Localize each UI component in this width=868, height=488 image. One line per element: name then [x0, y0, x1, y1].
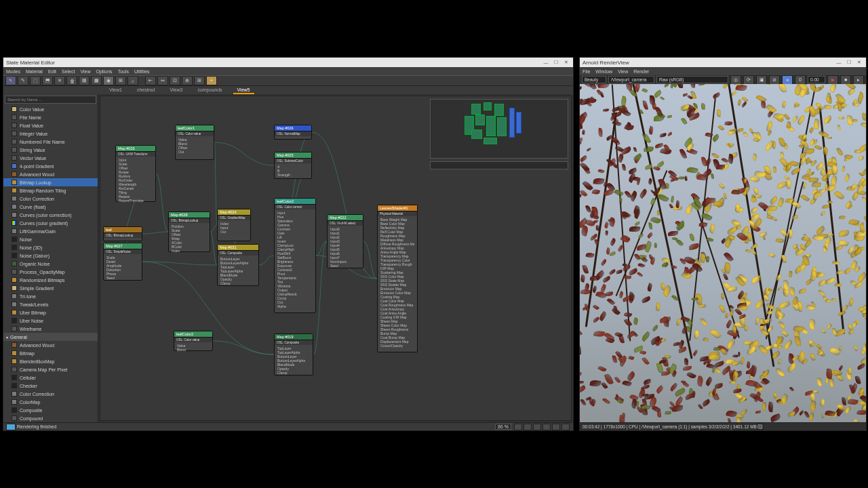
maximize-button[interactable]: ☐: [552, 59, 560, 66]
align-left-button[interactable]: ⇤: [145, 76, 156, 85]
menu-modes[interactable]: Modes: [6, 69, 20, 74]
remove-button[interactable]: ✕: [54, 76, 65, 85]
slate-titlebar[interactable]: Slate Material Editor — ☐ ✕: [3, 58, 573, 67]
tree-item[interactable]: Randomized Bitmaps: [3, 276, 98, 284]
tree-item[interactable]: String Value: [3, 146, 98, 154]
node-leafcol1[interactable]: leafColor1OSL: Color valueValueBlendOffs…: [175, 125, 214, 160]
node-gradmap[interactable]: Map #024OSL: GradientMapIndexInputOut: [217, 209, 251, 241]
tree-item[interactable]: Bitmap: [3, 349, 98, 357]
region-button[interactable]: [561, 424, 570, 430]
move-to-button[interactable]: ▤: [79, 76, 90, 85]
tree-item[interactable]: BlendedBoxMap: [3, 357, 98, 365]
tree-item[interactable]: Camera Map Per Pixel: [3, 365, 98, 373]
render-maximize-button[interactable]: ☐: [845, 59, 853, 66]
menu-tools[interactable]: Tools: [118, 69, 129, 74]
material-tree[interactable]: Color ValueFile NameFloat ValueInteger V…: [3, 105, 98, 422]
render-titlebar[interactable]: Arnold RenderView — ☐ ✕: [580, 58, 866, 67]
menu-edit[interactable]: Edit: [48, 69, 56, 74]
layout-all-button[interactable]: ▦: [91, 76, 102, 85]
tab-chestnut[interactable]: chestnut: [133, 87, 159, 94]
tree-item[interactable]: Compound: [3, 414, 98, 422]
node-leafcol2b[interactable]: leafColor2OSL: Color valueValueBlend: [174, 331, 213, 351]
tree-item[interactable]: Noise (3D): [3, 243, 98, 251]
render-menu-file[interactable]: File: [583, 69, 590, 74]
tree-item[interactable]: Uber Noise: [3, 317, 98, 325]
preview-button[interactable]: ◉: [103, 76, 114, 85]
zoom-out-button[interactable]: [524, 424, 532, 430]
menu-material[interactable]: Material: [26, 69, 43, 74]
zoom-in-button[interactable]: [514, 424, 522, 430]
tree-item[interactable]: Advanced Wood: [3, 341, 98, 349]
tree-item[interactable]: Composite: [3, 406, 98, 414]
node-simplex[interactable]: Map #027OSL: SimpleNoiseScaleDetailAmpli…: [103, 243, 142, 281]
menu-utilities[interactable]: Utilities: [134, 69, 150, 74]
node-bitmap1[interactable]: Map #028OSL: BitmapLookupPositionScaleOf…: [168, 211, 210, 252]
time-field[interactable]: 0.00: [808, 76, 825, 83]
node-leafcol2[interactable]: leafColor2OSL: Color correctInputHueSatu…: [274, 198, 316, 313]
play-button[interactable]: ▶: [827, 75, 838, 85]
navigator-minimap[interactable]: [430, 99, 568, 159]
grid-button[interactable]: ⊞: [115, 76, 126, 85]
tree-item[interactable]: Bitmap Random Tiling: [3, 186, 98, 195]
node-phys[interactable]: LeavesShader#1Physical MaterialBase Weig…: [377, 205, 418, 352]
render-viewport[interactable]: [580, 84, 866, 422]
render-menu-window[interactable]: Window: [595, 69, 612, 74]
snap-button[interactable]: ⊡: [170, 76, 180, 85]
render-info-button[interactable]: ⓘ: [757, 424, 764, 430]
zoom-percent[interactable]: 86 %: [495, 424, 511, 430]
tree-section-header[interactable]: General: [3, 333, 98, 341]
node-uvw[interactable]: Map #026OSL: UVW TransformInputScaleOffs…: [115, 145, 156, 202]
menu-options[interactable]: Options: [96, 69, 113, 74]
tree-item[interactable]: Advanced Wood: [3, 170, 98, 178]
magnet-button[interactable]: ⊕: [182, 76, 193, 85]
tree-item[interactable]: Float Value: [3, 121, 98, 129]
home-button[interactable]: [552, 424, 560, 430]
tab-view3[interactable]: View3: [165, 87, 186, 94]
tree-item[interactable]: Integer Value: [3, 129, 98, 138]
stepfwd-button[interactable]: ▸: [853, 75, 864, 85]
tree-item[interactable]: Curve (float): [3, 203, 98, 211]
render-close-button[interactable]: ✕: [855, 59, 863, 66]
tree-item[interactable]: Vector Value: [3, 154, 98, 162]
eyedropper-button[interactable]: ✎: [18, 76, 28, 85]
camera-select[interactable]: /Viewport_camera: [608, 76, 654, 83]
settings-button[interactable]: ☼: [127, 76, 138, 85]
tab-compounds[interactable]: compounds: [193, 87, 226, 94]
node-normal[interactable]: Map #026OSL: NormalMap: [274, 125, 312, 140]
snapshot-button[interactable]: ◎: [730, 75, 741, 85]
refresh-button[interactable]: ⟳: [743, 75, 754, 85]
region-button[interactable]: ▣: [756, 75, 767, 85]
tree-item[interactable]: Checker: [3, 382, 98, 390]
clear-button[interactable]: ⊘: [769, 75, 780, 85]
tree-item[interactable]: Uber Bitmap: [3, 308, 98, 317]
node-comp2[interactable]: Map #019OSL: CompositeTopLayerTopLayerAl…: [274, 333, 313, 375]
tree-item[interactable]: Tweak/Levels: [3, 300, 98, 308]
minimize-button[interactable]: —: [542, 59, 550, 66]
parameter-panel-header[interactable]: [430, 161, 568, 169]
render-menu-view[interactable]: View: [618, 69, 628, 74]
delete-button[interactable]: 🗑: [66, 76, 77, 85]
quality-select[interactable]: Beauty: [582, 76, 606, 83]
arrow-tool-button[interactable]: ↖: [5, 76, 16, 85]
node-subcol[interactable]: Map #025OSL: SubtractColorABStrength: [274, 152, 312, 179]
node-leaf[interactable]: leafOSL: BitmapLookup: [103, 226, 142, 241]
menu-view[interactable]: View: [80, 69, 90, 74]
tree-item[interactable]: Noise (Gabor): [3, 251, 98, 260]
tree-item[interactable]: ColorMap: [3, 398, 98, 406]
tree-item[interactable]: Wireframe: [3, 325, 98, 333]
stepback-button[interactable]: ◂: [782, 75, 793, 85]
colorspace-select[interactable]: Raw (sRGB): [656, 76, 728, 83]
tree-item[interactable]: Process_OpacityMap: [3, 268, 98, 276]
search-input[interactable]: Search by Name ...: [5, 96, 96, 104]
zoom-extents-button[interactable]: ⊞: [194, 76, 205, 85]
tree-item[interactable]: Color Correction: [3, 390, 98, 398]
node-comp1[interactable]: Map #031OSL: CompositeBottomLayerBottomL…: [217, 244, 259, 286]
tree-item[interactable]: Cellular: [3, 373, 98, 382]
tree-item[interactable]: Curves (color gradient): [3, 219, 98, 227]
stop-button[interactable]: ■: [840, 75, 851, 85]
tree-item[interactable]: Bitmap Lookup: [3, 178, 98, 186]
render-minimize-button[interactable]: —: [835, 59, 843, 66]
render-menu-render[interactable]: Render: [633, 69, 649, 74]
tree-item[interactable]: 4-point Gradient: [3, 162, 98, 170]
align-center-button[interactable]: ⇔: [157, 76, 168, 85]
